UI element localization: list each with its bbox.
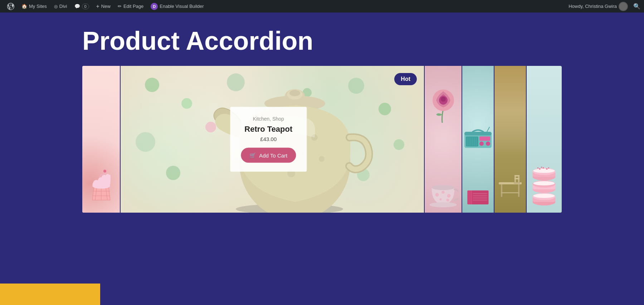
new-button[interactable]: + New: [93, 0, 114, 13]
svg-point-62: [533, 194, 555, 198]
svg-point-70: [533, 169, 555, 173]
accordion-panel-6[interactable]: [526, 66, 562, 213]
accordion-panel-1[interactable]: [82, 66, 120, 213]
new-label: New: [101, 4, 111, 9]
page-title: Product Accordion: [0, 13, 644, 66]
pencil-icon: ✏: [118, 4, 122, 9]
home-icon: 🏠: [21, 4, 27, 9]
svg-rect-39: [479, 136, 490, 141]
accordion-widget[interactable]: Hot Kitchen, Shop Retro Teapot £43.00 🛒 …: [82, 66, 562, 213]
svg-point-28: [431, 185, 454, 190]
bottom-bar: [0, 284, 114, 305]
teacup-icon: [428, 182, 458, 207]
svg-point-23: [435, 193, 439, 197]
edit-page-button[interactable]: ✏ Edit Page: [114, 0, 147, 13]
svg-point-76: [537, 168, 538, 169]
add-to-cart-button[interactable]: 🛒 Add To Cart: [241, 148, 296, 163]
svg-line-42: [487, 127, 489, 132]
divi-label: Divi: [59, 4, 67, 9]
panel-bg-3: [425, 66, 462, 213]
svg-point-22: [441, 97, 446, 102]
panel-bg-5: [494, 66, 526, 213]
cart-icon: 🛒: [249, 152, 256, 159]
accordion-panel-5[interactable]: [494, 66, 526, 213]
svg-rect-58: [514, 182, 520, 184]
admin-bar-right: Howdy, Christina Gwira 🔍: [569, 2, 640, 11]
svg-point-19: [319, 156, 325, 162]
hot-badge: Hot: [394, 73, 417, 85]
product-category: Kitchen, Shop: [241, 116, 296, 122]
svg-point-11: [289, 90, 300, 96]
comment-count: 0: [82, 4, 89, 9]
svg-rect-31: [464, 132, 492, 135]
svg-rect-44: [468, 190, 472, 204]
svg-point-25: [447, 194, 450, 198]
enable-visual-builder-button[interactable]: D Enable Visual Builder: [147, 0, 207, 13]
svg-point-75: [548, 168, 549, 169]
panel-bg-4: [462, 66, 494, 213]
svg-point-71: [539, 168, 541, 170]
svg-point-72: [543, 167, 544, 169]
plus-icon: +: [96, 3, 99, 10]
divi-logo-icon: ◎: [54, 4, 58, 9]
my-sites-button[interactable]: 🏠 My Sites: [18, 0, 50, 13]
wordpress-icon: [7, 3, 14, 10]
product-price: £43.00: [241, 136, 296, 142]
svg-point-26: [439, 198, 441, 200]
svg-point-74: [541, 167, 542, 168]
enable-visual-builder-label: Enable Visual Builder: [160, 4, 204, 9]
outdoor-icon: [496, 171, 525, 207]
greeting-text: Howdy, Christina Gwira: [569, 4, 617, 9]
svg-point-27: [446, 199, 449, 202]
radio-icon: [464, 126, 492, 150]
edit-page-label: Edit Page: [123, 4, 143, 9]
macarons-icon: [531, 143, 558, 207]
svg-rect-32: [466, 136, 478, 146]
avatar: [619, 2, 628, 11]
accordion-panel-3[interactable]: [424, 66, 462, 213]
svg-rect-57: [514, 178, 519, 179]
product-card: Kitchen, Shop Retro Teapot £43.00 🛒 Add …: [230, 107, 307, 172]
divi-circle-icon: D: [151, 3, 158, 10]
panel-bg-1: [82, 66, 120, 213]
svg-point-6: [103, 170, 106, 173]
product-name: Retro Teapot: [241, 125, 296, 134]
wordpress-logo-button[interactable]: [4, 0, 18, 13]
svg-point-41: [486, 141, 490, 146]
comments-button[interactable]: 💬 0: [71, 0, 93, 13]
svg-rect-51: [501, 184, 502, 197]
panel-bg-2: Hot Kitchen, Shop Retro Teapot £43.00 🛒 …: [121, 66, 424, 213]
svg-point-66: [533, 181, 555, 185]
autumn-leaves-decoration: [494, 66, 526, 139]
comment-icon: 💬: [74, 4, 80, 9]
divi-button[interactable]: ◎ Divi: [50, 0, 71, 13]
my-sites-label: My Sites: [29, 4, 47, 9]
svg-rect-52: [518, 184, 519, 197]
rose-icon: [427, 81, 459, 124]
admin-bar: 🏠 My Sites ◎ Divi 💬 0 + New ✏ Edit Page …: [0, 0, 644, 13]
chevron-rect: [0, 284, 100, 305]
panel-bg-6: [527, 66, 562, 213]
svg-point-40: [479, 141, 484, 146]
search-icon[interactable]: 🔍: [633, 3, 640, 10]
cupcake-icon: [87, 163, 116, 202]
accordion-panel-4[interactable]: [462, 66, 494, 213]
add-to-cart-label: Add To Cart: [259, 152, 287, 158]
chevron-arrow: [0, 284, 14, 305]
main-content: Product Accordion: [0, 13, 644, 305]
accordion-panel-2[interactable]: Hot Kitchen, Shop Retro Teapot £43.00 🛒 …: [120, 66, 424, 213]
svg-rect-53: [501, 192, 519, 193]
svg-point-73: [546, 168, 548, 170]
svg-rect-56: [514, 175, 519, 176]
journal-icon: [467, 189, 490, 205]
svg-point-24: [441, 191, 444, 194]
svg-point-29: [429, 202, 457, 207]
